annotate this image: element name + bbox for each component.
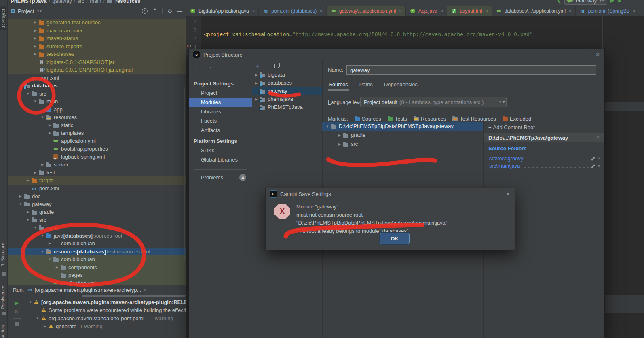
module-row[interactable]: phemsjava bbox=[252, 95, 322, 103]
tree-row[interactable]: maven-archiver bbox=[7, 27, 186, 35]
editor-tab[interactable]: gateway\...\application.yml × bbox=[327, 6, 406, 16]
chevron-down-icon[interactable] bbox=[18, 200, 23, 208]
content-root-row[interactable]: gradle bbox=[322, 131, 483, 140]
chevron-right-icon[interactable] bbox=[25, 208, 31, 216]
mark-as-chip[interactable]: Sources bbox=[355, 116, 381, 122]
tree-row[interactable]: resources bbox=[7, 113, 186, 121]
chevron-right-icon[interactable] bbox=[42, 324, 48, 328]
ok-button[interactable]: OK bbox=[380, 233, 410, 244]
module-row[interactable]: databases bbox=[252, 79, 322, 87]
tree-row[interactable]: main bbox=[7, 224, 186, 232]
sidebar-item[interactable]: Problems 4 bbox=[189, 173, 252, 182]
stop-button[interactable] bbox=[15, 322, 19, 326]
close-icon[interactable]: × bbox=[569, 9, 571, 13]
tree-row[interactable]: bigdata-0.0.1-SNAPSHOT.jar.original bbox=[7, 66, 186, 74]
language-level-select[interactable]: Project default (8 - Lambdas, type annot… bbox=[360, 97, 507, 107]
chevron-down-icon[interactable] bbox=[32, 224, 38, 232]
rerun-button[interactable]: ▶ bbox=[15, 300, 19, 306]
chevron-right-icon[interactable] bbox=[47, 240, 53, 248]
sidebar-item[interactable]: Platform Settings bbox=[189, 135, 252, 146]
remove-module-button[interactable]: − bbox=[265, 62, 269, 69]
tree-row[interactable]: com.bibichuan bbox=[7, 255, 186, 264]
chevron-down-icon[interactable] bbox=[27, 300, 33, 304]
editor-tab[interactable]: App.java × bbox=[406, 6, 447, 16]
close-icon[interactable]: × bbox=[506, 190, 510, 197]
chevron-down-icon[interactable] bbox=[40, 232, 45, 240]
tree-row[interactable]: pages bbox=[7, 271, 186, 279]
tree-row[interactable]: bigdata-0.0.1-SNAPSHOT.jar bbox=[7, 58, 186, 66]
chevron-down-icon[interactable] bbox=[25, 216, 31, 224]
debug-bug-icon[interactable]: ❋ bbox=[617, 0, 621, 3]
chevron-right-icon[interactable] bbox=[25, 176, 31, 185]
tree-row[interactable]: test-classes bbox=[7, 50, 186, 58]
module-name-input[interactable] bbox=[346, 65, 596, 75]
tree-row[interactable]: gradle bbox=[7, 208, 186, 216]
sidebar-item[interactable]: Global Libraries bbox=[189, 155, 252, 164]
content-root-row[interactable]: src bbox=[322, 140, 483, 149]
mark-as-chip[interactable]: Test Resources bbox=[452, 116, 496, 122]
tab-sources[interactable]: Sources bbox=[329, 81, 348, 90]
chevron-down-icon[interactable] bbox=[18, 82, 23, 90]
tree-row[interactable]: src bbox=[7, 90, 186, 98]
chevron-down-icon[interactable] bbox=[25, 90, 31, 98]
tool-window-structure[interactable]: 7: Structure bbox=[0, 243, 5, 266]
tab-paths[interactable]: Paths bbox=[359, 81, 373, 90]
chevron-down-icon[interactable]: ▾ bbox=[36, 9, 41, 13]
chevron-down-icon[interactable] bbox=[40, 113, 45, 121]
tree-row[interactable]: logback-spring.xml bbox=[7, 153, 186, 161]
mark-as-chip[interactable]: Tests bbox=[388, 116, 407, 122]
chevron-right-icon[interactable] bbox=[337, 140, 342, 149]
tree-row[interactable]: server bbox=[7, 161, 186, 169]
project-view-title[interactable]: Project bbox=[18, 8, 34, 14]
back-arrow-icon[interactable]: ← bbox=[194, 64, 200, 70]
tool-window-icon[interactable] bbox=[2, 312, 6, 315]
tree-row[interactable]: surefire-reports bbox=[7, 43, 186, 51]
breadcrumb-gateway[interactable]: gateway bbox=[52, 0, 72, 4]
chevron-right-icon[interactable] bbox=[32, 19, 38, 27]
sidebar-item[interactable]: Project bbox=[189, 88, 252, 98]
tree-row[interactable]: pom.xml bbox=[7, 74, 186, 82]
tool-window-favorites[interactable]: Favorites bbox=[0, 325, 5, 338]
close-icon[interactable]: × bbox=[596, 51, 600, 58]
chevron-down-icon[interactable] bbox=[35, 316, 40, 320]
edit-pencil-icon[interactable] bbox=[591, 157, 595, 161]
breadcrumb-resources[interactable]: resources bbox=[115, 0, 140, 4]
tree-row[interactable]: java [databases] sources root bbox=[7, 232, 186, 240]
mark-as-chip[interactable]: Excluded bbox=[503, 116, 531, 122]
dialog-title-bar[interactable]: IJ Project Structure bbox=[189, 49, 604, 60]
forward-arrow-icon[interactable]: → bbox=[207, 64, 212, 70]
tree-row[interactable]: generated-test-sources bbox=[7, 19, 186, 27]
run-tree-row[interactable]: generate 1 warning bbox=[26, 322, 186, 330]
run-tab[interactable]: [org.apache.maven.plugins:maven-archetyp… bbox=[28, 287, 146, 293]
run-tree-row[interactable]: Some problems were encountered while bui… bbox=[26, 306, 186, 314]
chevron-right-icon[interactable] bbox=[32, 34, 38, 43]
tree-row[interactable]: application.yml bbox=[7, 279, 186, 285]
tool-window-icon[interactable] bbox=[2, 272, 6, 276]
collapse-all-icon[interactable] bbox=[152, 9, 157, 13]
tree-row[interactable]: static bbox=[7, 121, 186, 130]
tree-row[interactable]: application.yml bbox=[7, 137, 186, 145]
tree-row[interactable]: components bbox=[7, 264, 186, 272]
tree-row[interactable]: com.bibichuan bbox=[7, 240, 186, 248]
tree-row[interactable]: gateway bbox=[7, 200, 186, 208]
close-icon[interactable]: × bbox=[399, 9, 401, 13]
navigate-back-icon[interactable]: ❮ bbox=[557, 0, 561, 3]
hide-panel-icon[interactable]: — bbox=[177, 8, 182, 14]
close-icon[interactable]: × bbox=[485, 9, 488, 13]
editor-tab[interactable]: BigdataApplication.java × bbox=[186, 6, 259, 16]
tree-row[interactable]: doc bbox=[7, 192, 186, 200]
tree-row[interactable]: databases bbox=[7, 82, 186, 90]
sidebar-item[interactable]: Facets bbox=[189, 116, 252, 125]
module-row[interactable]: gateway bbox=[252, 87, 322, 95]
run-tree-row[interactable]: [org.apache.maven.plugins:maven-archetyp… bbox=[26, 298, 186, 306]
run-button[interactable]: ▶ bbox=[610, 0, 614, 3]
breadcrumb-src[interactable]: src bbox=[77, 0, 84, 4]
tree-row[interactable]: target bbox=[7, 176, 186, 185]
tree-row[interactable]: bootstrap.properties bbox=[7, 145, 186, 153]
editor-tab[interactable]: pom.xml (SpringBo × bbox=[576, 6, 639, 16]
scrollbar[interactable] bbox=[184, 87, 185, 261]
add-module-button[interactable]: + bbox=[256, 62, 260, 69]
close-icon[interactable]: × bbox=[598, 156, 600, 162]
chevron-down-icon[interactable] bbox=[32, 98, 38, 106]
tool-window-persistence[interactable]: Persistence bbox=[0, 286, 5, 309]
